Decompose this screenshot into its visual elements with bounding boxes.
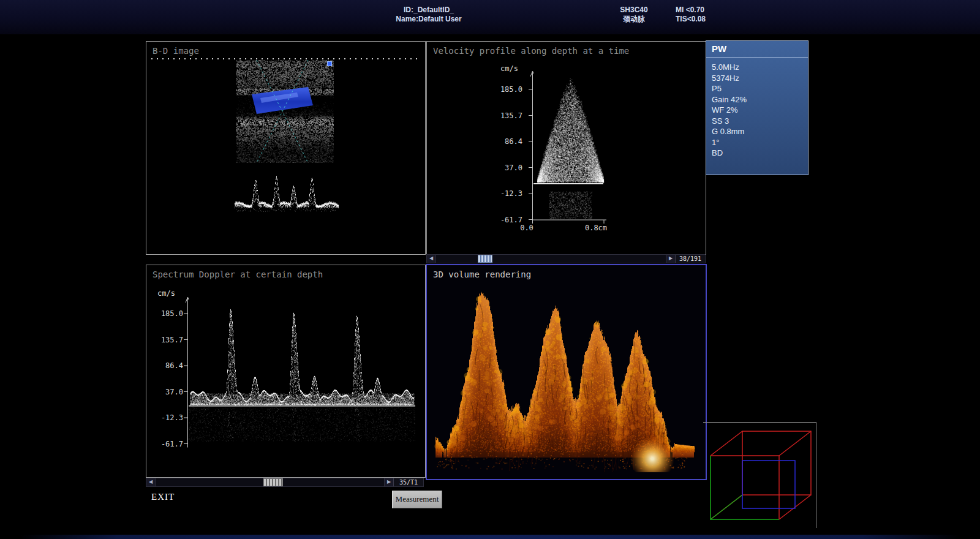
velocity-profile-panel[interactable]: Velocity profile along depth at a time c… xyxy=(426,41,706,255)
frame-counter: 38/191 xyxy=(675,255,705,263)
probe-info: SH3C40 颈动脉 xyxy=(603,6,665,24)
panel-title: 3D volume rendering xyxy=(433,270,531,279)
exam-preset: 颈动脉 xyxy=(603,15,665,24)
probe-model: SH3C40 xyxy=(603,6,665,15)
acoustic-output-info: MI <0.70 TIS<0.08 xyxy=(676,6,731,24)
x-axis-tick-0: 0.0 xyxy=(516,224,537,232)
patient-info: ID:_DefaultID_ Name:Default User xyxy=(331,6,527,24)
bd-image-panel[interactable]: B-D image xyxy=(146,41,426,255)
header-bar: ID:_DefaultID_ Name:Default User SH3C40 … xyxy=(0,0,980,34)
frame-counter: 35/T1 xyxy=(393,478,423,486)
param-gain: Gain 42% xyxy=(712,94,747,105)
cube-wireframe-icon xyxy=(703,423,816,528)
patient-name: Name:Default User xyxy=(331,15,527,24)
spectrum-doppler-image xyxy=(189,300,415,448)
y-axis-unit: cm/s xyxy=(500,64,518,73)
ultrasound-app-screen: ID:_DefaultID_ Name:Default User SH3C40 … xyxy=(0,0,980,539)
scrollbar-track[interactable] xyxy=(436,255,666,263)
y-axis-ticks: 185.0 135.7 86.4 37.0 -12.3 -61.7 xyxy=(488,85,522,226)
pw-trace-thumbnail xyxy=(232,168,341,222)
frame-scrollbar-top[interactable]: ◀ ▶ 38/191 xyxy=(426,254,706,263)
panel-title: B-D image xyxy=(153,46,199,56)
scroll-right-icon[interactable]: ▶ xyxy=(384,478,393,486)
scrollbar-track[interactable] xyxy=(156,478,384,486)
panel-title: Spectrum Doppler at certain depth xyxy=(153,270,323,279)
scrollbar-thumb[interactable] xyxy=(263,478,283,486)
scroll-left-icon[interactable]: ◀ xyxy=(146,478,156,486)
param-gate: G 0.8mm xyxy=(712,126,747,137)
scroll-left-icon[interactable]: ◀ xyxy=(427,255,436,263)
separator xyxy=(706,57,808,58)
frame-scrollbar-bottom[interactable]: ◀ ▶ 35/T1 xyxy=(146,478,424,487)
param-bd: BD xyxy=(712,148,747,159)
exit-button[interactable]: EXIT xyxy=(151,492,175,502)
param-angle: 1° xyxy=(712,137,747,148)
y-axis-unit: cm/s xyxy=(157,289,175,298)
mode-label: PW xyxy=(712,43,726,54)
param-frequency: 5.0MHz xyxy=(712,62,747,73)
pw-parameter-list: 5.0MHz 5374Hz P5 Gain 42% WF 2% SS 3 G 0… xyxy=(712,62,747,159)
bmode-color-doppler-image xyxy=(236,60,334,163)
panel-title: Velocity profile along depth at a time xyxy=(433,46,629,56)
depth-marker-dotted-line xyxy=(151,58,420,59)
volume-orientation-cube xyxy=(703,422,816,528)
y-axis-ticks: 185.0 135.7 86.4 37.0 -12.3 -61.7 xyxy=(154,309,183,450)
bottom-edge-glow xyxy=(0,535,980,539)
tis-value: TIS<0.08 xyxy=(676,15,731,24)
velocity-profile-image xyxy=(533,74,607,219)
x-axis-tick-1: 0.8cm xyxy=(580,224,612,232)
param-prf: 5374Hz xyxy=(712,73,747,84)
patient-id: ID:_DefaultID_ xyxy=(331,6,527,15)
volume-rendering-panel[interactable]: 3D volume rendering xyxy=(426,264,707,480)
measurement-button[interactable]: Measurement xyxy=(392,491,442,508)
scrollbar-thumb[interactable] xyxy=(478,255,492,263)
spectrum-doppler-panel[interactable]: Spectrum Doppler at certain depth cm/s 1… xyxy=(146,265,426,478)
volume-rendering-image xyxy=(431,285,699,472)
mi-value: MI <0.70 xyxy=(676,6,731,15)
param-wall-filter: WF 2% xyxy=(712,105,747,116)
param-ss: SS 3 xyxy=(712,116,747,127)
pw-parameter-panel: PW 5.0MHz 5374Hz P5 Gain 42% WF 2% SS 3 … xyxy=(706,40,809,175)
param-power: P5 xyxy=(712,83,747,94)
scroll-right-icon[interactable]: ▶ xyxy=(666,255,675,263)
